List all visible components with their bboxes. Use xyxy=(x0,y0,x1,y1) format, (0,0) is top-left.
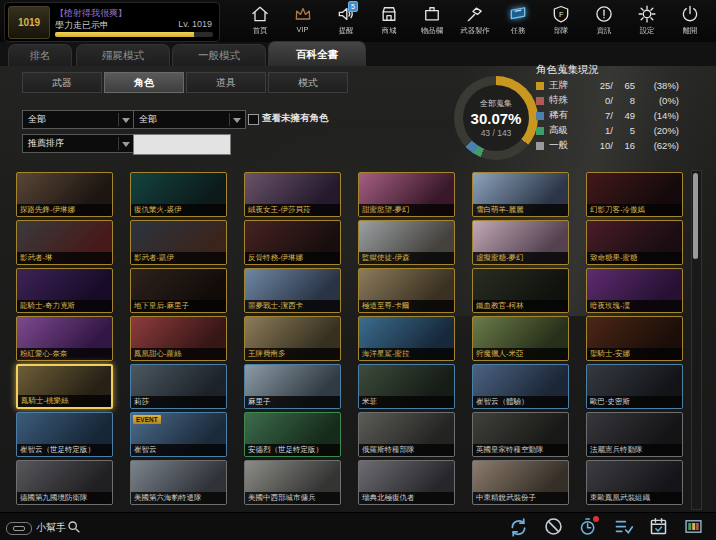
character-card[interactable]: 安德烈（世足特定版） xyxy=(244,412,341,457)
nav-item-vip[interactable]: VIP xyxy=(281,1,324,41)
character-card[interactable]: 狩魔獵人-米亞 xyxy=(472,316,569,361)
chest-icon[interactable] xyxy=(683,516,704,537)
character-card[interactable]: 影武者-琳 xyxy=(16,220,113,265)
nav-item-inventory[interactable]: 物品欄 xyxy=(410,1,453,41)
sort-dropdown[interactable]: 推薦排序 xyxy=(22,134,135,153)
character-card[interactable]: 地下皇后-麻里子 xyxy=(130,268,227,313)
character-name: 粉紅愛心-奈奈 xyxy=(17,348,112,360)
character-card[interactable]: 甜蜜慾望-夢幻 xyxy=(358,172,455,217)
unowned-checkbox[interactable] xyxy=(248,114,259,125)
xp-bar-fill xyxy=(55,32,194,37)
subcategory-dropdown[interactable]: 全部 xyxy=(133,110,246,129)
character-card[interactable]: 龍騎士-奇力克斯 xyxy=(16,268,113,313)
character-card[interactable]: 崔智云（世足特定版） xyxy=(16,412,113,457)
bottom-bar: 小幫手 xyxy=(0,512,716,540)
subtab-模式[interactable]: 模式 xyxy=(268,72,348,93)
character-card[interactable]: 崔智云（體驗） xyxy=(472,364,569,409)
search-icon[interactable] xyxy=(66,519,82,535)
grid-scrollbar[interactable] xyxy=(691,170,702,510)
character-card[interactable]: 復仇業火-裘伊 xyxy=(130,172,227,217)
helper-key-icon xyxy=(6,522,32,535)
block-icon[interactable] xyxy=(543,516,564,537)
nav-item-info[interactable]: 資訊 xyxy=(582,1,625,41)
tab-一般模式[interactable]: 一般模式 xyxy=(172,44,266,66)
character-card[interactable]: EVENT崔智云 xyxy=(130,412,227,457)
nav-item-exit[interactable]: 離開 xyxy=(668,1,711,41)
character-card[interactable]: 王牌費南多 xyxy=(244,316,341,361)
nav-item-task[interactable]: 任務 xyxy=(496,1,539,41)
legend-label: 高級 xyxy=(549,124,589,137)
top-bar: 1019 【槍射得我很爽】 學力走已示申 Lv. 1019 首頁VIP5提醒商城… xyxy=(0,0,716,42)
character-card[interactable]: 鳳騎士-桃樂絲 xyxy=(16,364,113,409)
character-card[interactable]: 極道至尊-卡爾 xyxy=(358,268,455,313)
encyclopedia-panel: 武器角色道具模式 全部 全部 查看未擁有角色 推薦排序 角色蒐集現況 全部蒐集 … xyxy=(0,66,716,512)
character-card[interactable]: 聖騎士-安娜 xyxy=(586,316,683,361)
calendar-icon[interactable] xyxy=(648,516,669,537)
character-card[interactable]: 致命糖果-蜜糖 xyxy=(586,220,683,265)
tab-百科全書[interactable]: 百科全書 xyxy=(268,41,366,66)
character-name: 英國皇家特種空勤隊 xyxy=(473,444,568,456)
character-card[interactable]: 法屬憲兵特勤隊 xyxy=(586,412,683,457)
timer-icon[interactable] xyxy=(578,516,599,537)
checklist-icon[interactable] xyxy=(613,516,634,537)
character-name: 美國第六海豹特遣隊 xyxy=(131,492,226,504)
character-card[interactable]: 粉紅愛心-奈奈 xyxy=(16,316,113,361)
nav-item-shop[interactable]: 商城 xyxy=(367,1,410,41)
character-card[interactable]: 瑞典北極復仇者 xyxy=(358,460,455,505)
character-card[interactable]: 探路先鋒-伊琳娜 xyxy=(16,172,113,217)
legend-percent: (14%) xyxy=(635,110,679,121)
character-card[interactable]: 麻里子 xyxy=(244,364,341,409)
character-card[interactable]: 東歐鳳凰武裝組織 xyxy=(586,460,683,505)
legend-count: 0/ xyxy=(589,95,613,106)
character-card[interactable]: 監獄使徒-伊森 xyxy=(358,220,455,265)
character-name: 龍騎士-奇力克斯 xyxy=(17,300,112,312)
character-card[interactable]: 影武者-凱伊 xyxy=(130,220,227,265)
character-card[interactable]: 鐵血教官-柯林 xyxy=(472,268,569,313)
character-card[interactable]: 英國皇家特種空勤隊 xyxy=(472,412,569,457)
nav-item-alert[interactable]: 5提醒 xyxy=(324,1,367,41)
character-name: 雪白萌羊-麗麗 xyxy=(473,204,568,216)
nav-item-label: 商城 xyxy=(381,25,396,35)
character-card[interactable]: 絨夜女王-伊莎貝菈 xyxy=(244,172,341,217)
character-card[interactable]: 美國中西部城市傭兵 xyxy=(244,460,341,505)
character-card[interactable]: 俄羅斯特種部隊 xyxy=(358,412,455,457)
nav-item-troop[interactable]: F部隊 xyxy=(539,1,582,41)
tab-排名[interactable]: 排名 xyxy=(8,44,72,66)
nav-item-label: 武器製作 xyxy=(460,25,489,35)
nav-item-craft[interactable]: 武器製作 xyxy=(453,1,496,41)
character-name: 甜蜜慾望-夢幻 xyxy=(359,204,454,216)
character-card[interactable]: 中東精銳武裝份子 xyxy=(472,460,569,505)
character-card[interactable]: 反骨特務-伊琳娜 xyxy=(244,220,341,265)
character-card[interactable]: 暗夜玫瑰-凜 xyxy=(586,268,683,313)
character-name: 鳳騎士-桃樂絲 xyxy=(18,395,111,407)
sync-icon[interactable] xyxy=(508,516,529,537)
character-card[interactable]: 幻影刀客-冷傲嫣 xyxy=(586,172,683,217)
character-card[interactable]: 虛擬蜜糖-夢幻 xyxy=(472,220,569,265)
nav-item-home[interactable]: 首頁 xyxy=(238,1,281,41)
tab-殭屍模式[interactable]: 殭屍模式 xyxy=(76,44,170,66)
character-card[interactable]: 德國第九國境防衛隊 xyxy=(16,460,113,505)
subtab-道具[interactable]: 道具 xyxy=(186,72,266,93)
home-icon xyxy=(250,4,270,24)
legend-label: 特殊 xyxy=(549,94,589,107)
player-chip[interactable]: 1019 【槍射得我很爽】 學力走已示申 Lv. 1019 xyxy=(4,2,220,42)
category-dropdown[interactable]: 全部 xyxy=(22,110,135,129)
character-card[interactable]: 米菲 xyxy=(358,364,455,409)
subtab-角色[interactable]: 角色 xyxy=(104,72,184,93)
notification-dot xyxy=(593,516,599,522)
name-search-input[interactable] xyxy=(133,134,231,155)
character-card[interactable]: 莉莎 xyxy=(130,364,227,409)
character-card[interactable]: 噩夢戰士-潔西卡 xyxy=(244,268,341,313)
character-card[interactable]: 鳳凰甜心-蘿絲 xyxy=(130,316,227,361)
character-card[interactable]: 歐巴·史密斯 xyxy=(586,364,683,409)
character-name: 米菲 xyxy=(359,396,454,408)
character-card[interactable]: 雪白萌羊-麗麗 xyxy=(472,172,569,217)
subtab-武器[interactable]: 武器 xyxy=(22,72,102,93)
chevron-down-icon xyxy=(122,118,130,123)
character-name: 中東精銳武裝份子 xyxy=(473,492,568,504)
grid-scrollbar-thumb[interactable] xyxy=(693,173,698,259)
nav-item-settings[interactable]: 設定 xyxy=(625,1,668,41)
character-card[interactable]: 海洋星鯊-蜜拉 xyxy=(358,316,455,361)
character-card[interactable]: 美國第六海豹特遣隊 xyxy=(130,460,227,505)
legend-count: 25/ xyxy=(589,80,613,91)
